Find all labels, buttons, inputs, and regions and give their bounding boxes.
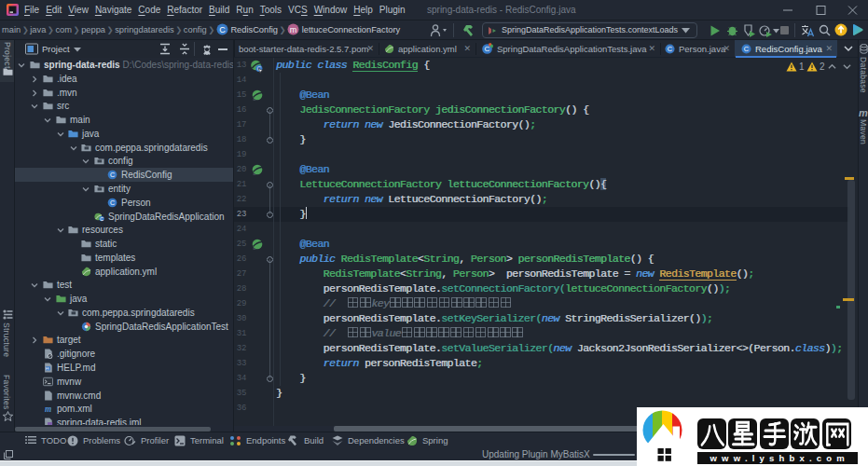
- svg-text:C: C: [668, 45, 673, 53]
- svg-text:C: C: [110, 171, 115, 179]
- svg-text:C: C: [219, 25, 226, 34]
- svg-text:C: C: [100, 215, 103, 221]
- svg-text:C: C: [485, 45, 490, 53]
- svg-text:m: m: [290, 25, 297, 34]
- svg-text:C: C: [744, 45, 750, 53]
- svg-text:m: m: [45, 404, 51, 414]
- svg-text:C: C: [110, 199, 115, 207]
